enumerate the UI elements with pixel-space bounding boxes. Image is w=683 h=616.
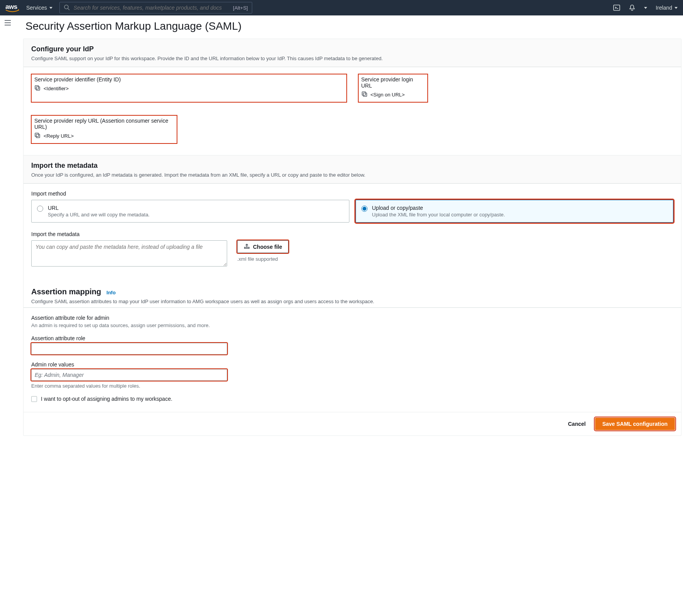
search-input[interactable]	[74, 5, 229, 11]
svg-rect-6	[36, 87, 40, 90]
login-url-block: Service provider login URL <Sign on URL>	[358, 74, 428, 102]
import-upload-title: Upload or copy/paste	[372, 205, 505, 211]
configure-idp-panel: Configure your IdP Configure SAML suppor…	[23, 39, 681, 436]
assertion-heading: Assertion mapping	[31, 287, 101, 296]
configure-subtext: Configure SAML support on your IdP for t…	[31, 56, 673, 61]
admin-values-hint: Enter comma separated values for multipl…	[31, 383, 673, 389]
reply-url-value: <Reply URL>	[44, 133, 74, 139]
radio-icon	[37, 206, 43, 212]
search-icon	[64, 4, 70, 12]
assertion-role-label: Assertion attribute role	[31, 335, 673, 341]
optout-row[interactable]: I want to opt-out of assigning admins to…	[31, 396, 673, 402]
aws-smile-icon	[5, 9, 19, 12]
optout-label: I want to opt-out of assigning admins to…	[41, 396, 172, 402]
entity-id-label: Service provider identifier (Entity ID)	[34, 76, 344, 83]
import-url-desc: Specify a URL and we will copy the metad…	[48, 212, 150, 218]
svg-line-1	[68, 8, 69, 10]
global-search[interactable]: [Alt+S]	[59, 2, 252, 14]
cancel-button[interactable]: Cancel	[567, 419, 587, 429]
svg-rect-7	[35, 86, 39, 89]
reply-url-label: Service provider reply URL (Assertion co…	[34, 118, 174, 130]
svg-rect-10	[36, 134, 40, 138]
aws-logo: aws	[5, 3, 19, 12]
login-url-label: Service provider login URL	[361, 76, 425, 89]
import-textarea-label: Import the metadata	[31, 231, 673, 237]
copy-icon[interactable]	[34, 85, 40, 92]
services-label: Services	[26, 5, 47, 11]
login-url-value: <Sign on URL>	[371, 92, 405, 98]
page-title: Security Assertion Markup Language (SAML…	[25, 20, 683, 32]
notifications-icon[interactable]	[629, 4, 636, 11]
import-method-url[interactable]: URL Specify a URL and we will copy the m…	[31, 200, 349, 223]
assertion-role-input[interactable]	[31, 343, 227, 354]
entity-id-block: Service provider identifier (Entity ID) …	[31, 74, 347, 102]
search-shortcut: [Alt+S]	[233, 5, 248, 11]
copy-icon[interactable]	[361, 91, 368, 98]
svg-rect-12	[245, 247, 249, 248]
copy-icon[interactable]	[34, 132, 40, 140]
svg-rect-11	[35, 133, 39, 137]
configure-heading: Configure your IdP	[31, 45, 673, 53]
metadata-textarea[interactable]	[31, 240, 227, 267]
file-hint: .xml file supported	[237, 256, 288, 262]
services-menu[interactable]: Services	[26, 5, 52, 11]
svg-rect-8	[363, 93, 367, 96]
top-nav: aws Services [Alt+S] Ireland	[0, 0, 683, 15]
entity-id-value: <Identifier>	[44, 86, 69, 91]
choose-file-label: Choose file	[253, 244, 282, 250]
save-saml-button[interactable]: Save SAML configuration	[595, 418, 675, 430]
region-selector[interactable]: Ireland	[656, 5, 678, 11]
choose-file-button[interactable]: Choose file	[237, 240, 288, 253]
region-label: Ireland	[656, 5, 672, 11]
cloudshell-icon[interactable]	[613, 4, 620, 11]
hamburger-icon[interactable]	[4, 20, 11, 436]
admin-role-label: Assertion attribute role for admin	[31, 315, 673, 321]
import-heading: Import the metadata	[31, 162, 673, 170]
reply-url-block: Service provider reply URL (Assertion co…	[31, 115, 177, 143]
account-menu-caret-icon[interactable]	[644, 7, 647, 9]
assertion-info-link[interactable]: Info	[106, 290, 116, 295]
caret-down-icon	[675, 7, 678, 9]
admin-role-desc: An admin is required to set up data sour…	[31, 322, 673, 328]
import-method-label: Import method	[31, 191, 673, 197]
svg-point-0	[64, 5, 68, 9]
admin-values-input[interactable]	[31, 369, 227, 381]
checkbox-icon[interactable]	[31, 396, 37, 402]
import-upload-desc: Upload the XML file from your local comp…	[372, 212, 505, 218]
upload-icon	[244, 243, 250, 250]
svg-rect-9	[362, 92, 366, 95]
admin-values-label: Admin role values	[31, 361, 673, 368]
assertion-subtext: Configure SAML assertion attributes to m…	[31, 299, 673, 304]
form-footer: Cancel Save SAML configuration	[24, 412, 681, 435]
import-method-upload[interactable]: Upload or copy/paste Upload the XML file…	[356, 200, 674, 223]
import-url-title: URL	[48, 205, 150, 211]
left-rail	[0, 15, 15, 436]
caret-down-icon	[49, 7, 52, 9]
import-subtext: Once your IdP is configured, an IdP meta…	[31, 172, 673, 178]
radio-icon	[361, 206, 368, 212]
